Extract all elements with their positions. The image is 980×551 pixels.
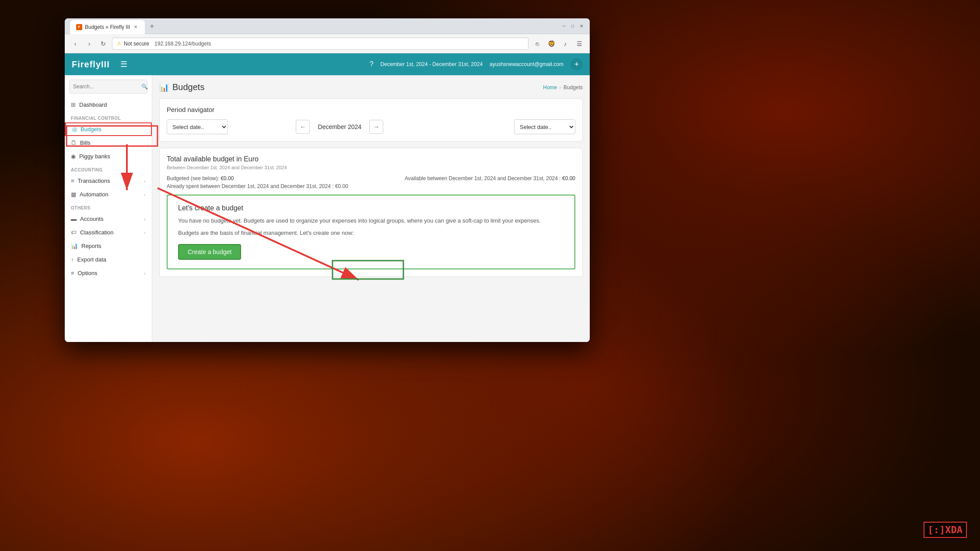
- accounts-chevron-icon: ‹: [144, 216, 146, 222]
- export-data-label: Export data: [77, 256, 107, 263]
- app-body: 🔍 ⊞ Dashboard FINANCIAL CONTROL ◎ Budget…: [65, 75, 590, 342]
- dashboard-icon: ⊞: [71, 101, 76, 108]
- budget-total-card: Total available budget in Euro Between D…: [159, 148, 583, 277]
- browser-titlebar: F Budgets » Firefly III ✕ + ─ □ ✕: [65, 18, 590, 34]
- accounts-icon: ▬: [71, 216, 77, 222]
- automation-chevron-icon: ‹: [144, 192, 146, 197]
- menu-icon[interactable]: ☰: [574, 38, 584, 49]
- breadcrumb: Home » Budgets: [543, 84, 583, 91]
- options-icon: ≡: [71, 270, 74, 276]
- topnav-date-range: December 1st, 2024 - December 31st, 2024: [381, 61, 483, 67]
- sidebar-item-reports[interactable]: 📊 Reports: [65, 239, 152, 253]
- page-title: Budgets: [172, 82, 204, 92]
- create-budget-title: Let's create a budget: [178, 204, 564, 212]
- breadcrumb-separator: »: [559, 84, 562, 91]
- sidebar-item-piggy-banks[interactable]: ◉ Piggy banks: [65, 150, 152, 163]
- budgets-page-icon: 📊: [159, 83, 169, 92]
- media-icon[interactable]: ♪: [560, 38, 570, 49]
- budgets-label: Budgets: [80, 126, 102, 133]
- piggy-banks-icon: ◉: [71, 153, 76, 160]
- brave-icon[interactable]: 🦁: [546, 38, 556, 49]
- available-stat: Available between December 1st, 2024 and…: [405, 175, 575, 181]
- period-select-left[interactable]: Select date..: [167, 119, 228, 134]
- search-icon: 🔍: [141, 84, 148, 90]
- period-navigator-title: Period navigator: [167, 106, 575, 113]
- financial-control-section-label: FINANCIAL CONTROL: [65, 112, 152, 122]
- forward-button[interactable]: ›: [84, 38, 94, 49]
- sidebar-item-accounts[interactable]: ▬ Accounts ‹: [65, 212, 152, 226]
- create-budget-button[interactable]: Create a budget: [178, 244, 241, 260]
- page-header: 📊 Budgets Home » Budgets: [159, 82, 583, 92]
- reload-button[interactable]: ↻: [98, 38, 108, 49]
- period-next-button[interactable]: →: [369, 120, 383, 134]
- bills-label: Bills: [80, 139, 91, 146]
- browser-addressbar: ‹ › ↻ ⚠ Not secure 192.168.29.124/budget…: [65, 34, 590, 53]
- sidebar-item-export-data[interactable]: ↑ Export data: [65, 253, 152, 266]
- accounts-label: Accounts: [80, 216, 103, 222]
- tab-favicon-icon: F: [76, 24, 82, 30]
- period-nav-center: ← December 2024 →: [296, 120, 383, 134]
- browser-window: F Budgets » Firefly III ✕ + ─ □ ✕ ‹ › ↻ …: [65, 18, 590, 342]
- period-controls: Select date.. ← December 2024 → Select d…: [167, 119, 575, 134]
- transactions-label: Transactions: [78, 178, 110, 184]
- create-budget-text1: You have no budgets yet. Budgets are use…: [178, 216, 564, 225]
- sidebar-item-classification[interactable]: 🏷 Classification ‹: [65, 226, 152, 239]
- sidebar-item-transactions[interactable]: ≡ Transactions ‹: [65, 174, 152, 188]
- breadcrumb-home[interactable]: Home: [543, 84, 557, 91]
- active-tab[interactable]: F Budgets » Firefly III ✕: [70, 20, 145, 34]
- dashboard-label: Dashboard: [79, 101, 107, 108]
- spent-value: €0.00: [335, 183, 348, 189]
- security-label: Not secure: [124, 41, 149, 47]
- toolbar-icons: ⎋ 🦁 ♪ ☰: [532, 38, 584, 49]
- breadcrumb-current: Budgets: [564, 84, 583, 91]
- others-section-label: OTHERS: [65, 201, 152, 212]
- period-navigator-card: Period navigator Select date.. ← Decembe…: [159, 98, 583, 142]
- budget-stats: Budgeted (see below): €0.00 Available be…: [167, 175, 575, 181]
- automation-icon: ▦: [71, 191, 76, 198]
- sidebar-item-options[interactable]: ≡ Options ‹: [65, 266, 152, 280]
- search-input[interactable]: [73, 84, 139, 90]
- tab-title: Budgets » Firefly III: [85, 24, 130, 30]
- address-bar[interactable]: ⚠ Not secure 192.168.29.124/budgets: [112, 38, 528, 50]
- budget-total-subtitle: Between December 1st, 2024 and December …: [167, 165, 575, 170]
- security-warning-icon: ⚠: [117, 41, 121, 46]
- search-box[interactable]: 🔍: [69, 80, 147, 94]
- budgeted-stat: Budgeted (see below): €0.00: [167, 175, 234, 181]
- period-select-right[interactable]: Select date..: [514, 119, 575, 134]
- back-button[interactable]: ‹: [70, 38, 80, 49]
- brand-logo: FireflyIII: [72, 59, 110, 70]
- main-content: 📊 Budgets Home » Budgets Period navigato…: [152, 75, 590, 342]
- create-budget-box: Let's create a budget You have no budget…: [167, 195, 575, 269]
- sidebar-item-bills[interactable]: 🗒 Bills: [65, 136, 152, 150]
- sidebar-item-dashboard[interactable]: ⊞ Dashboard: [65, 98, 152, 112]
- sidebar-item-budgets[interactable]: ◎ Budgets: [65, 122, 152, 136]
- piggy-banks-label: Piggy banks: [79, 153, 110, 160]
- address-url: 192.168.29.124/budgets: [154, 41, 211, 47]
- minimize-button[interactable]: ─: [561, 23, 567, 29]
- share-icon[interactable]: ⎋: [532, 38, 542, 49]
- page-title-row: 📊 Budgets: [159, 82, 204, 92]
- help-button[interactable]: ?: [370, 60, 374, 68]
- reports-label: Reports: [81, 243, 102, 249]
- available-value: €0.00: [562, 175, 575, 181]
- export-data-icon: ↑: [71, 256, 74, 263]
- hamburger-button[interactable]: ☰: [120, 59, 127, 69]
- create-budget-text2: Budgets are the basis of financial manag…: [178, 229, 564, 237]
- classification-chevron-icon: ‹: [144, 230, 146, 235]
- options-label: Options: [78, 270, 98, 276]
- tab-close-button[interactable]: ✕: [133, 24, 139, 30]
- topnav-add-button[interactable]: +: [570, 58, 583, 70]
- period-prev-button[interactable]: ←: [296, 120, 310, 134]
- close-button[interactable]: ✕: [578, 23, 584, 29]
- maximize-button[interactable]: □: [570, 23, 576, 29]
- reports-icon: 📊: [71, 243, 78, 249]
- sidebar-item-automation[interactable]: ▦ Automation ‹: [65, 188, 152, 201]
- budget-total-title: Total available budget in Euro: [167, 155, 575, 163]
- new-tab-button[interactable]: +: [147, 21, 157, 31]
- classification-icon: 🏷: [71, 229, 77, 236]
- budgets-icon: ◎: [72, 126, 77, 133]
- bills-icon: 🗒: [71, 139, 77, 146]
- tab-bar: F Budgets » Firefly III ✕ +: [70, 18, 557, 34]
- budgeted-value: €0.00: [220, 175, 234, 181]
- budgeted-label: Budgeted (see below):: [167, 175, 219, 181]
